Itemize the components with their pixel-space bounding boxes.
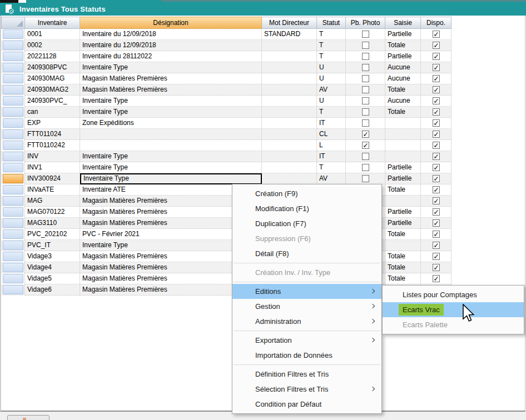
dispo-checkbox[interactable] [433,31,440,38]
cell-dispo[interactable] [421,129,451,140]
cell-statut[interactable]: IT [317,151,346,162]
row-header-cell[interactable] [1,84,25,96]
cell-dispo[interactable] [421,207,451,218]
dispo-checkbox[interactable] [433,75,440,82]
cell-pb[interactable] [346,29,385,40]
column-header-rowhdr[interactable] [1,17,25,29]
cell-pb[interactable] [346,62,385,73]
cell-saisie[interactable] [385,129,421,140]
row-header-cell[interactable] [1,51,25,62]
pb-checkbox[interactable] [362,64,369,71]
cell-inv[interactable]: 240930MAG [25,73,80,84]
cell-mot[interactable] [262,51,317,62]
cell-dispo[interactable] [421,240,451,251]
dispo-checkbox[interactable] [433,253,440,260]
cell-dispo[interactable] [421,218,451,229]
row-header-cell[interactable] [1,118,25,129]
column-header-mot[interactable]: Mot Directeur [262,17,317,29]
cell-inv[interactable]: can [25,107,80,118]
dispo-checkbox[interactable] [433,208,440,216]
pb-checkbox[interactable] [362,142,369,149]
cell-des[interactable]: Inventaire Type [80,96,262,107]
pb-checkbox[interactable] [362,108,369,116]
cell-saisie[interactable]: Partielle [385,162,421,173]
cell-inv[interactable]: Vidage4 [25,262,80,273]
cell-statut[interactable]: T [317,40,346,51]
cell-inv[interactable]: INV300924 [25,173,80,184]
column-header-inv[interactable]: Inventaire [25,17,80,29]
cell-saisie[interactable]: Totale [385,40,421,51]
cell-des[interactable]: Inventaire du 28112022 [80,51,262,62]
cell-statut[interactable]: U [317,73,346,84]
row-header-cell[interactable] [1,40,25,51]
cell-dispo[interactable] [421,62,451,73]
cell-statut[interactable]: L [317,140,346,151]
dispo-checkbox[interactable] [433,242,440,249]
cell-mot[interactable] [262,162,317,173]
dispo-checkbox[interactable] [433,64,440,71]
pb-checkbox[interactable] [362,153,369,160]
menu-item[interactable]: Suppression (F6) [232,231,381,246]
cell-inv[interactable]: FTT011024 [25,129,80,140]
row-header-cell[interactable] [1,251,25,262]
menu-item[interactable]: Sélection Filtres et Tris [232,382,381,397]
menu-item[interactable]: Exportation [232,333,381,348]
cell-des[interactable]: Inventaire Type [80,107,262,118]
row-header-cell[interactable] [1,62,25,73]
partial-button[interactable] [7,415,49,420]
cell-pb[interactable] [346,40,385,51]
menu-item[interactable]: Création Inv. / Inv. Type [232,265,381,280]
cell-inv[interactable]: Vidage6 [25,284,80,296]
row-header-cell[interactable] [1,29,25,40]
cell-pb[interactable] [346,96,385,107]
cell-statut[interactable]: T [317,107,346,118]
cell-des[interactable]: Zone Expéditions [80,118,262,129]
cell-dispo[interactable] [421,196,451,207]
cell-inv[interactable]: FTT0110242 [25,140,80,151]
cell-dispo[interactable] [421,184,451,196]
cell-statut[interactable]: U [317,62,346,73]
row-header-cell[interactable] [1,196,25,207]
submenu-item[interactable]: Ecarts Palette [383,317,524,332]
pb-checkbox[interactable] [362,175,369,182]
cell-saisie[interactable]: Totale [385,262,421,273]
row-header-cell[interactable] [1,173,25,184]
row-header-cell[interactable] [1,218,25,229]
cell-mot[interactable] [262,84,317,96]
dispo-checkbox[interactable] [433,42,440,49]
cell-des[interactable] [80,140,262,151]
menu-item[interactable]: Duplication (F7) [232,216,381,231]
cell-inv[interactable]: Vidage3 [25,251,80,262]
cell-saisie[interactable]: Partielle [385,29,421,40]
pb-checkbox[interactable] [362,131,369,138]
menu-item[interactable]: Importation de Données [232,348,381,363]
cell-dispo[interactable] [421,262,451,273]
row-header-cell[interactable] [1,129,25,140]
cell-dispo[interactable] [421,251,451,262]
cell-dispo[interactable] [421,29,451,40]
cell-dispo[interactable] [421,107,451,118]
cell-statut[interactable]: IT [317,118,346,129]
menu-item[interactable]: Définition Filtres et Tris [232,367,381,382]
pb-checkbox[interactable] [362,164,369,171]
row-header-cell[interactable] [1,73,25,84]
cell-saisie[interactable]: Totale [385,273,421,284]
column-header-saisie[interactable]: Saisie [385,17,421,29]
dispo-checkbox[interactable] [433,142,440,149]
menu-item[interactable]: Condition par Défaut [232,397,381,412]
cell-saisie[interactable] [385,118,421,129]
cell-dispo[interactable] [421,273,451,284]
dispo-checkbox[interactable] [433,275,440,282]
cell-pb[interactable] [346,107,385,118]
cell-des[interactable]: Inventaire Type [80,162,262,173]
row-header-cell[interactable] [1,184,25,196]
menu-item[interactable]: Administration [232,314,381,329]
menu-item[interactable]: Modification (F1) [232,201,381,216]
cell-des[interactable]: Inventaire du 12/09/2018 [80,40,262,51]
cell-pb[interactable] [346,173,385,184]
cell-des[interactable]: Inventaire Type [80,62,262,73]
cell-dispo[interactable] [421,118,451,129]
cell-des[interactable]: Inventaire Type [80,173,262,184]
cell-saisie[interactable]: Partielle [385,218,421,229]
cell-statut[interactable]: T [317,51,346,62]
